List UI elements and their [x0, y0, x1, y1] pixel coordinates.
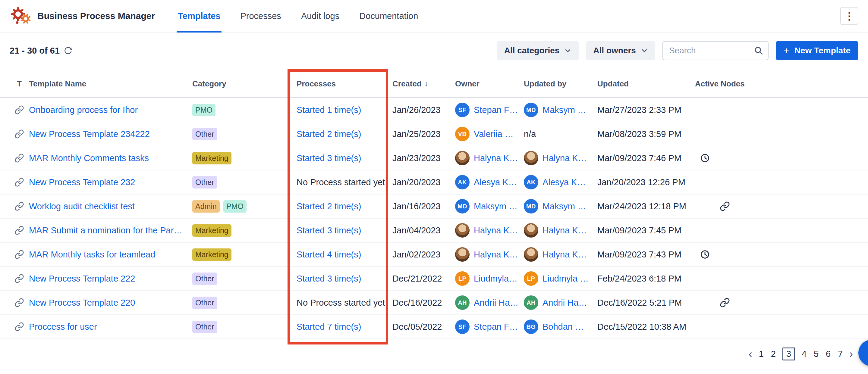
owner-user-link[interactable]: Halyna K… — [474, 250, 518, 260]
column-header-type[interactable]: T — [10, 79, 29, 89]
pagination-page-6[interactable]: 6 — [825, 350, 831, 358]
processes-link[interactable]: Started 3 time(s) — [297, 153, 361, 163]
owner-user-link[interactable]: Stepan F… — [474, 322, 518, 332]
updated-cell: Mar/09/2023 7:46 PM — [597, 153, 695, 163]
kebab-menu-button[interactable]: ⋮ — [840, 7, 858, 25]
template-type-cell — [10, 298, 29, 307]
category-badge: Admin — [192, 200, 220, 213]
pagination-page-2[interactable]: 2 — [770, 350, 776, 358]
processes-link[interactable]: Started 1 time(s) — [297, 105, 361, 115]
table-row: Proccess for userOtherStarted 7 time(s)D… — [0, 315, 868, 339]
updated-by-user-link[interactable]: Bohdan … — [542, 322, 584, 332]
app-window: Business Process Manager Templates Proce… — [0, 0, 868, 374]
processes-link[interactable]: Started 4 time(s) — [297, 250, 361, 260]
pagination: ‹1234567› — [749, 347, 853, 361]
search-input[interactable] — [662, 41, 769, 60]
template-name-link[interactable]: MAR Monthly tasks for teamlead — [29, 250, 164, 260]
owner-user-link[interactable]: Valeriia B… — [474, 129, 519, 139]
updated-by-user-link[interactable]: Halyna K… — [542, 153, 587, 163]
pagination-page-7[interactable]: 7 — [837, 350, 843, 358]
updated-by-user-link[interactable]: Andrii Ha… — [542, 298, 587, 308]
owner-user-link[interactable]: Maksym … — [474, 201, 518, 211]
pagination-page-5[interactable]: 5 — [813, 350, 819, 358]
column-header-updated-by[interactable]: Updated by — [524, 79, 597, 89]
template-name-link[interactable]: New Process Template 222 — [29, 274, 144, 284]
column-header-updated[interactable]: Updated — [597, 79, 695, 89]
updated-by-cell: MDMaksym … — [524, 199, 597, 213]
pagination-page-3[interactable]: 3 — [782, 347, 795, 361]
refresh-icon[interactable] — [64, 46, 72, 55]
created-cell: Dec/05/2022 — [393, 322, 455, 332]
pagination-page-4[interactable]: 4 — [801, 350, 807, 358]
floating-action-button[interactable] — [858, 340, 868, 366]
template-name-cell: MAR Monthly Comments tasks — [29, 153, 192, 163]
template-name-link[interactable]: MAR Monthly Comments tasks — [29, 153, 157, 163]
updated-by-user-link[interactable]: Halyna K… — [542, 250, 587, 260]
updated-cell: Mar/27/2023 2:33 PM — [597, 105, 695, 115]
tab-audit-logs[interactable]: Audit logs — [301, 0, 339, 32]
nav-tabs: Templates Processes Audit logs Documenta… — [178, 0, 418, 32]
owner-user: LPLiudmyla … — [455, 271, 524, 286]
column-header-active-nodes[interactable]: Active Nodes — [695, 79, 868, 89]
owner-user-link[interactable]: Halyna K… — [474, 226, 518, 236]
tab-templates[interactable]: Templates — [178, 0, 220, 32]
processes-link[interactable]: Started 3 time(s) — [297, 226, 361, 236]
processes-link[interactable]: Started 2 time(s) — [297, 129, 361, 139]
pagination-prev[interactable]: ‹ — [749, 349, 752, 360]
categories-filter-dropdown[interactable]: All categories — [497, 41, 579, 60]
template-name-link[interactable]: Worklog audit checklist test — [29, 201, 143, 211]
new-template-button[interactable]: + New Template — [776, 41, 858, 60]
column-header-created[interactable]: Created ↓ — [393, 79, 455, 89]
template-name-link[interactable]: New Process Template 232 — [29, 177, 144, 187]
owner-user-link[interactable]: Stepan F… — [474, 105, 518, 115]
template-name-link[interactable]: New Process Template 220 — [29, 298, 144, 308]
table-row: New Process Template 220OtherNo Process … — [0, 291, 868, 315]
owner-user-link[interactable]: Liudmyla … — [474, 274, 519, 284]
tab-documentation[interactable]: Documentation — [359, 0, 418, 32]
updated-cell: Dec/15/2022 10:38 AM — [597, 322, 695, 332]
table-row: MAR Monthly Comments tasksMarketingStart… — [0, 146, 868, 170]
updated-by-user-link[interactable]: Liudmyla … — [542, 274, 589, 284]
updated-by-user-link[interactable]: Alesya K… — [542, 177, 586, 187]
tab-processes[interactable]: Processes — [240, 0, 281, 32]
pagination-next[interactable]: › — [849, 349, 853, 360]
avatar — [455, 151, 470, 165]
template-name-link[interactable]: Proccess for user — [29, 322, 105, 332]
column-header-category[interactable]: Category — [192, 79, 297, 89]
column-header-processes[interactable]: Processes — [297, 79, 393, 89]
avatar: LP — [455, 271, 470, 286]
created-cell: Dec/16/2022 — [393, 298, 455, 308]
updated-by-user-link[interactable]: Maksym … — [542, 201, 586, 211]
pagination-page-1[interactable]: 1 — [758, 350, 764, 358]
avatar — [524, 151, 538, 165]
owner-user-link[interactable]: Andrii Ha… — [474, 298, 518, 308]
active-nodes-cell — [695, 249, 868, 260]
updated-by-user: AHAndrii Ha… — [524, 296, 592, 310]
owner-cell: VBValeriia B… — [455, 127, 524, 141]
owners-filter-dropdown[interactable]: All owners — [586, 41, 655, 60]
processes-link[interactable]: Started 3 time(s) — [297, 274, 361, 284]
template-name-link[interactable]: New Process Template 234222 — [29, 129, 158, 139]
updated-by-cell: n/a — [524, 129, 597, 139]
updated-by-user-link[interactable]: Halyna K… — [542, 226, 587, 236]
column-header-owner[interactable]: Owner — [455, 79, 524, 89]
owner-user: MDMaksym … — [455, 199, 522, 213]
chevron-down-icon — [641, 47, 648, 54]
processes-cell: Started 3 time(s) — [297, 274, 393, 284]
template-name-link[interactable]: Onboarding process for Ihor — [29, 105, 146, 115]
owner-cell: Halyna K… — [455, 247, 524, 262]
plus-icon: + — [784, 45, 789, 56]
updated-by-cell: BGBohdan … — [524, 319, 597, 334]
template-name-link[interactable]: MAR Submit a nomination for the Part… — [29, 226, 192, 236]
column-header-template-name[interactable]: Template Name — [29, 79, 192, 89]
processes-link[interactable]: Started 7 time(s) — [297, 322, 361, 332]
owner-user: Halyna K… — [455, 151, 523, 165]
processes-cell: Started 7 time(s) — [297, 322, 393, 332]
updated-by-cell: Halyna K… — [524, 247, 597, 262]
owners-filter-label: All owners — [593, 46, 636, 56]
template-name-cell: New Process Template 232 — [29, 177, 192, 187]
owner-user-link[interactable]: Halyna K… — [474, 153, 518, 163]
updated-by-user-link[interactable]: Maksym … — [542, 105, 586, 115]
owner-user-link[interactable]: Alesya K… — [474, 177, 517, 187]
processes-link[interactable]: Started 2 time(s) — [297, 201, 361, 211]
